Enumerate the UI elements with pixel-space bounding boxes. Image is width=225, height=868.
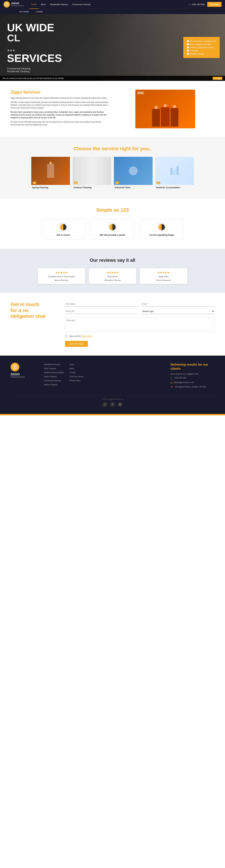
copyright: © 2024 Ziggo Services Ltd [10,398,215,400]
service-image-1: 01 [31,157,70,185]
footer-link-care[interactable]: Find Care Service [69,376,84,378]
footer-brand-subtitle: Cleaning Services [10,376,37,378]
footer-col-services: Residential Cleaning Office Cleaning Stu… [44,363,64,390]
footer-link-contact[interactable]: Contact [69,372,75,374]
cookie-accept-button[interactable]: I accept [213,77,222,80]
privacy-link[interactable]: Privacy Policy [81,335,92,337]
footer-contact: Get in touch for a no obligation chat 📞 … [170,373,215,389]
services-grid: 01 Spring Cleaning 02 Contract Cleaning … [5,157,220,190]
footer-link-carpet[interactable]: Carpet Cleaning [44,376,57,378]
steps-section: Simple as 123 1 Get in touch 2 We will p… [0,198,225,249]
service-card-2[interactable]: 02 Contract Cleaning [73,157,111,190]
feature-item-1: ✓One-off weekly or fortnightly visits [187,39,216,43]
review-stars-3: ★★★★★ [142,271,185,274]
review-card-3: ★★★★★ Happy Client Marivel Ampacho [140,268,187,284]
nav-clients[interactable]: Our Clients [18,9,31,14]
footer-brand-name: ZIGGO [10,373,37,376]
about-para-1: Ziggo cleaning services is one of the UK… [10,97,109,99]
review-text-1: Wonderful Service. Greats people [40,276,83,278]
footer-link-home[interactable]: Home [69,364,74,366]
service-commercial: Commercial Cleaning [7,67,62,70]
service-card-3[interactable]: 04 Industrial Clean [114,157,153,190]
service-title-3: Industrial Clean [114,185,153,190]
review-text-3: Happy Client [142,276,185,278]
footer-bottom: © 2024 Ziggo Services Ltd f t in [10,396,215,407]
nav-contact[interactable]: Contact [34,9,44,14]
footer-links: Residential Cleaning Office Cleaning Stu… [44,363,163,390]
footer-link-privacy[interactable]: Privacy Policy [69,380,80,382]
footer-logo-icon [10,363,19,371]
privacy-row: I agree with the Privacy Policy [65,335,215,337]
facebook-icon[interactable]: f [102,402,107,407]
steps-heading: Simple as 123 [10,207,215,213]
instagram-icon[interactable]: in [118,402,123,407]
footer-top: ZIGGO Cleaning Services Residential Clea… [10,363,215,390]
message-textarea[interactable] [65,318,215,332]
about-para-3: We have been operating for many years, p… [10,111,109,119]
email-input[interactable] [141,302,215,307]
footer-phone-text: 0326 296 4180 [174,377,186,379]
footer-link-residential[interactable]: Residential Cleaning [44,364,60,366]
footer-address: 📍 135 Upperton Road, Leicester, LE3 0HE [170,386,215,389]
hero-heading: UK Wide Cl... Services [7,22,62,64]
first-name-input[interactable] [65,302,138,307]
service-image-4: 06 [155,157,194,185]
footer-right: Delivering results for our clients Get i… [170,363,215,390]
nav-about[interactable]: About [39,0,48,9]
phone-icon: 📞 [170,377,173,380]
footer-link-about[interactable]: About [69,368,74,370]
send-button[interactable]: Send Message [65,341,88,347]
services-section: Choose the service right for you.. 01 Sp… [0,137,225,198]
step-card-1: 1 Get in touch [41,219,85,240]
cookie-text: We use cookies to ensure that we give yo… [3,78,64,79]
privacy-checkbox[interactable] [65,335,67,337]
footer-link-office[interactable]: Office Cleaning [44,368,56,370]
review-stars-1: ★★★★★ [40,271,83,274]
footer: ZIGGO Cleaning Services Residential Clea… [0,355,225,414]
step-label-1: Get in touch [57,234,70,236]
footer-link-medical[interactable]: Medical Cleaning [44,384,58,386]
footer-col-pages: Home About Contact Find Care Service Pri… [69,363,84,390]
nav-commercial[interactable]: Commercial Cleaning [70,0,93,9]
step-card-3: 3 Let the sparkling begin [140,219,184,240]
hero-content: UK Wide Cl... Services Commercial Cleani… [0,15,69,80]
step-num-1: 1 [59,222,60,223]
service-card-1[interactable]: 01 Spring Cleaning [31,157,70,190]
footer-social: f t in [10,402,215,407]
feature-item-4: ✓5* Reviews [187,49,216,52]
phone-input[interactable] [65,309,138,314]
feature-item-3: ✓Vetted & background-checked [187,46,216,49]
header-bottom-nav: Our Clients Contact [0,9,225,14]
footer-link-commercial[interactable]: Commercial Cleaning [44,380,61,382]
brand-name: ZIGGO [11,2,24,5]
step-icon-3: 3 [157,223,166,231]
about-section: Ziggo Services Ziggo cleaning services i… [0,81,225,137]
phone-field [65,309,138,314]
logo: ZIGGO Cleaning Services [3,1,24,7]
reviews-section: Our reviews say it all ★★★★★ Wonderful S… [0,249,225,293]
footer-email: ✉ info@ziggoservices.co.uk [170,381,215,384]
nav-residential[interactable]: Residential Cleaning [48,0,70,9]
hero-services: Commercial Cleaning Residential Cleaning [7,67,62,73]
footer-delivering-heading: Delivering results for our clients [170,363,215,371]
brand-subtitle: Cleaning Services [11,5,24,7]
footer-email-text: info@ziggoservices.co.uk [174,381,194,384]
service-title-1: Spring Cleaning [31,185,70,190]
service-title-4: Students Accomodation [155,185,194,190]
about-image: Image [116,90,215,128]
nav-home[interactable]: Home [29,0,39,9]
call-button[interactable]: Call today [207,2,222,7]
hero-section: UK Wide Cl... Services Commercial Cleani… [0,14,225,81]
twitter-icon[interactable]: t [110,402,115,407]
privacy-label: I agree with the Privacy Policy [69,335,92,337]
service-num-2: 02 [74,182,77,184]
review-stars-2: ★★★★★ [91,271,134,274]
feature-item-2: ✓Book, manage & pay online [187,43,216,46]
first-name-field [65,302,138,307]
step-label-2: We will provide a quote [100,234,125,236]
features-list: ✓One-off weekly or fortnightly visits ✓B… [187,39,216,55]
step-icon-2: 2 [108,223,117,231]
service-select[interactable]: Service Type [141,309,215,314]
footer-link-student[interactable]: Student's Accommodation [44,372,64,374]
service-card-4[interactable]: 06 Students Accomodation [155,157,194,190]
